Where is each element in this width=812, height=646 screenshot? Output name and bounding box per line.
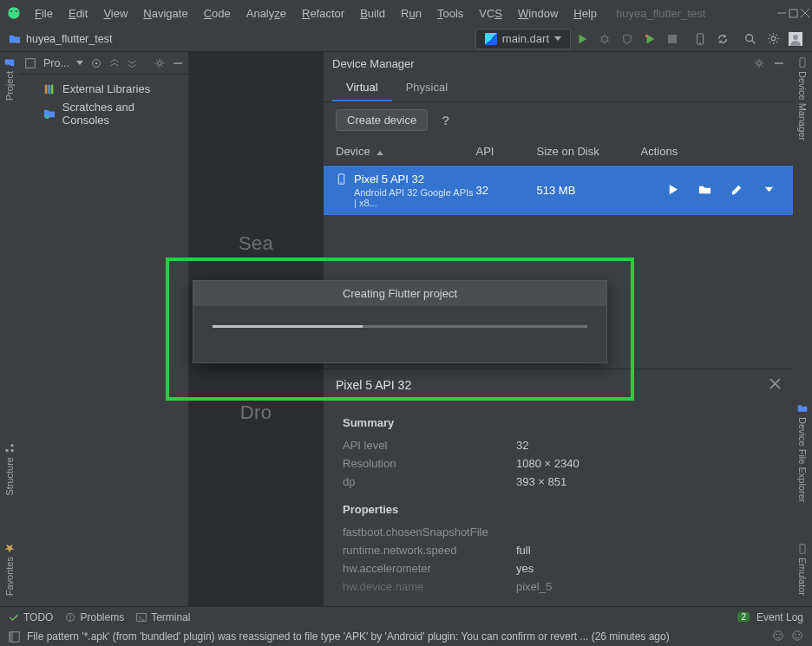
svg-rect-28: [800, 58, 805, 68]
device-meta: Android API 32 Google APIs | x8...: [336, 187, 476, 208]
device-row-actions: [641, 183, 782, 199]
status-bar: File pattern '*.apk' (from 'bundled' plu…: [0, 627, 812, 646]
bottom-todo[interactable]: TODO: [9, 611, 53, 623]
sync-button[interactable]: [711, 28, 734, 50]
stop-button[interactable]: [661, 28, 684, 50]
col-size[interactable]: Size on Disk: [537, 145, 641, 158]
menu-help[interactable]: Help: [566, 3, 604, 23]
svg-rect-25: [11, 450, 14, 453]
col-device[interactable]: Device: [336, 145, 476, 158]
gear-icon[interactable]: [154, 57, 166, 69]
device-detail-title: Pixel 5 API 32: [336, 378, 411, 392]
kv-val: full: [516, 544, 774, 557]
svg-point-22: [771, 36, 776, 41]
tree-scratches[interactable]: Scratches and Consoles: [24, 98, 183, 129]
kv-key: API level: [343, 439, 516, 452]
toolstrip-device-file-explorer[interactable]: Device File Explorer: [797, 403, 808, 502]
run-configuration-selector[interactable]: main.dart: [475, 29, 571, 49]
menu-build[interactable]: Build: [353, 3, 392, 23]
device-selector-button[interactable]: [689, 28, 711, 50]
progress-modal: Creating Flutter project: [193, 280, 607, 363]
kv-key: hw.accelerometer: [343, 562, 516, 575]
menu-tools[interactable]: Tools: [430, 3, 470, 23]
modal-title: Creating Flutter project: [193, 281, 606, 306]
col-api[interactable]: API: [476, 145, 537, 158]
menu-refactor[interactable]: Refactor: [295, 3, 351, 23]
collapse-all-icon[interactable]: [127, 58, 137, 69]
hint-line: Sea: [189, 217, 323, 271]
svg-rect-26: [6, 450, 9, 453]
progress-bar: [213, 325, 587, 328]
gear-icon[interactable]: [753, 57, 765, 69]
close-detail-icon[interactable]: [769, 378, 781, 392]
close-icon[interactable]: [800, 1, 810, 25]
debug-button[interactable]: [593, 28, 616, 50]
toolstrip-project[interactable]: Project: [4, 57, 15, 101]
menu-code[interactable]: Code: [197, 3, 238, 23]
inspections-ok-icon[interactable]: [772, 630, 784, 644]
toolstrip-device-manager[interactable]: Device Manager: [797, 57, 808, 140]
hide-icon[interactable]: [774, 58, 784, 69]
profile-button[interactable]: [638, 28, 661, 50]
create-device-button[interactable]: Create device: [336, 109, 428, 131]
svg-rect-29: [800, 545, 805, 554]
kv-key: hw.device.name: [343, 580, 516, 593]
chevron-down-icon[interactable]: [76, 61, 83, 65]
svg-rect-6: [789, 10, 797, 17]
coverage-button[interactable]: [616, 28, 638, 50]
col-actions: Actions: [641, 145, 782, 158]
bottom-terminal[interactable]: Terminal: [136, 611, 190, 623]
menu-view[interactable]: View: [96, 3, 134, 23]
tree-external-libraries[interactable]: External Libraries: [24, 80, 183, 98]
toolstrip-favorites[interactable]: Favorites: [4, 543, 15, 596]
svg-point-52: [776, 633, 777, 635]
tab-physical[interactable]: Physical: [392, 75, 462, 101]
open-folder-icon[interactable]: [698, 183, 711, 199]
device-row[interactable]: Pixel 5 API 32 Android API 32 Google API…: [324, 166, 793, 215]
project-tree[interactable]: External Libraries Scratches and Console…: [19, 75, 188, 134]
settings-button[interactable]: [762, 28, 784, 50]
sort-asc-icon: [377, 151, 383, 155]
avatar-icon[interactable]: [784, 28, 807, 50]
menu-file[interactable]: File: [28, 3, 60, 23]
menu-run[interactable]: Run: [394, 3, 429, 23]
search-button[interactable]: [739, 28, 762, 50]
menu-edit[interactable]: Edit: [62, 3, 95, 23]
menu-window[interactable]: Window: [511, 3, 565, 23]
chevron-down-icon: [554, 36, 561, 41]
svg-point-33: [158, 61, 161, 64]
menu-navigate[interactable]: Navigate: [136, 3, 194, 23]
svg-point-2: [16, 10, 17, 12]
svg-point-54: [793, 630, 802, 640]
help-icon[interactable]: ?: [442, 113, 449, 127]
svg-point-53: [779, 633, 781, 635]
expand-all-icon[interactable]: [109, 58, 120, 69]
status-message[interactable]: File pattern '*.apk' (from 'bundled' plu…: [27, 630, 670, 643]
maximize-icon[interactable]: [789, 1, 798, 25]
minimize-icon[interactable]: [776, 1, 787, 25]
memory-indicator-icon[interactable]: [791, 630, 803, 644]
breadcrumb[interactable]: huyea_flutter_test: [26, 33, 112, 45]
kv-val: pixel_5: [516, 580, 774, 593]
bottom-problems[interactable]: Problems: [65, 611, 124, 623]
edit-icon[interactable]: [730, 183, 743, 199]
menu-analyze[interactable]: Analyze: [239, 3, 293, 23]
run-config-label: main.dart: [502, 32, 549, 45]
event-badge: 2: [737, 612, 750, 622]
tab-virtual[interactable]: Virtual: [332, 75, 392, 101]
svg-point-39: [757, 62, 761, 65]
menu-vcs[interactable]: VCS: [472, 3, 509, 23]
hint-line: Dro: [189, 386, 323, 440]
run-button[interactable]: [571, 28, 593, 50]
svg-rect-17: [668, 35, 677, 43]
select-target-icon[interactable]: [90, 57, 102, 69]
toolstrip-emulator[interactable]: Emulator: [797, 544, 808, 596]
toolstrip-structure[interactable]: Structure: [4, 443, 15, 496]
run-device-icon[interactable]: [666, 183, 679, 199]
toolwindow-toggle-icon[interactable]: [9, 631, 20, 643]
project-tool-title[interactable]: Pro...: [43, 57, 69, 69]
chevron-down-icon[interactable]: [763, 183, 776, 199]
bottom-event-log[interactable]: 2Event Log: [737, 611, 803, 623]
project-tool-window: Pro... External Libraries Scratches and …: [19, 52, 189, 606]
hide-icon[interactable]: [173, 58, 183, 69]
